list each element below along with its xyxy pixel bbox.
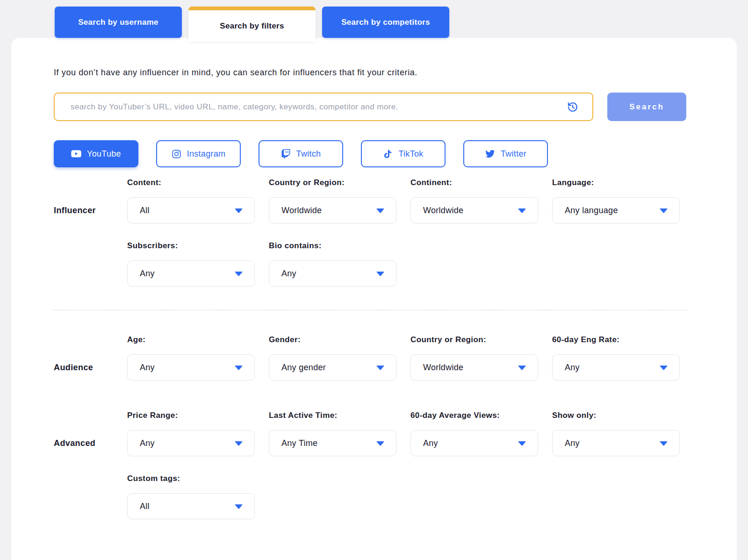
filter-label-show-only: Show only:: [552, 410, 680, 421]
filter-cell-60-day-eng-rate: 60-day Eng Rate:Any: [552, 335, 680, 381]
dropdown-language[interactable]: Any language: [552, 197, 680, 223]
dropdown-value: Any: [140, 269, 155, 279]
filter-label-60-day-eng-rate: 60-day Eng Rate:: [552, 335, 680, 345]
caret-down-icon: [234, 365, 243, 370]
caret-down-icon: [659, 365, 668, 370]
filter-cell-60-day-average-views: 60-day Average Views:Any: [410, 410, 538, 456]
platform-label: Twitch: [296, 149, 321, 159]
dropdown-price-range[interactable]: Any: [127, 430, 255, 456]
section-label-audience: Audience: [54, 335, 113, 381]
filter-label-content: Content:: [127, 178, 255, 188]
dropdown-value: Any Time: [281, 438, 317, 448]
filter-cell-bio-contains: Bio contains:Any: [269, 241, 396, 287]
section-label-advanced: Advanced: [54, 410, 113, 456]
section-advanced: AdvancedPrice Range:AnyLast Active Time:…: [54, 410, 686, 519]
caret-down-icon: [234, 208, 243, 213]
caret-down-icon: [518, 441, 526, 446]
filter-cell-price-range: Price Range:Any: [127, 410, 255, 456]
dropdown-bio-contains[interactable]: Any: [269, 260, 396, 287]
dropdown-custom-tags[interactable]: All: [127, 493, 255, 519]
dropdown-show-only[interactable]: Any: [552, 430, 680, 456]
filter-cell-continent: Continent:Worldwide: [410, 178, 538, 223]
filter-cell-last-active-time: Last Active Time:Any Time: [269, 410, 396, 456]
platform-label: TikTok: [398, 149, 423, 159]
filter-label-language: Language:: [552, 178, 680, 188]
section-divider: [54, 309, 686, 311]
filter-label-gender: Gender:: [269, 335, 396, 345]
dropdown-age[interactable]: Any: [127, 354, 255, 381]
platform-button-twitch[interactable]: Twitch: [259, 140, 343, 167]
twitch-icon: [281, 149, 291, 159]
dropdown-60-day-average-views[interactable]: Any: [410, 430, 538, 456]
caret-down-icon: [376, 208, 385, 213]
filter-row: InfluencerContent:AllCountry or Region:W…: [54, 178, 686, 223]
dropdown-value: Any: [565, 363, 580, 373]
dropdown-value: Any: [140, 438, 155, 448]
dropdown-gender[interactable]: Any gender: [269, 354, 396, 381]
platform-label: Twitter: [501, 149, 526, 159]
platform-button-twitter[interactable]: Twitter: [463, 140, 548, 167]
twitter-icon: [485, 149, 495, 159]
history-icon: [567, 101, 579, 113]
dropdown-value: Any: [281, 269, 296, 279]
dropdown-value: Any: [565, 438, 580, 448]
platform-label: YouTube: [87, 149, 121, 159]
filter-label-age: Age:: [127, 335, 255, 345]
filter-cell-subscribers: Subscribers:Any: [127, 241, 255, 287]
dropdown-content[interactable]: All: [127, 197, 255, 223]
filter-label-60-day-average-views: 60-day Average Views:: [410, 410, 538, 421]
caret-down-icon: [659, 441, 668, 446]
caret-down-icon: [376, 271, 385, 276]
search-input[interactable]: [55, 93, 592, 120]
intro-text: If you don’t have any influencer in mind…: [54, 68, 686, 78]
tab-search-by-username[interactable]: Search by username: [55, 7, 182, 38]
dropdown-country-or-region[interactable]: Worldwide: [269, 197, 396, 223]
filter-cell-country-or-region: Country or Region:Worldwide: [269, 178, 396, 223]
dropdown-value: All: [140, 502, 150, 511]
filters-area: InfluencerContent:AllCountry or Region:W…: [54, 178, 686, 519]
dropdown-country-or-region[interactable]: Worldwide: [410, 354, 538, 381]
tab-search-by-filters[interactable]: Search by filters: [188, 7, 316, 42]
caret-down-icon: [234, 271, 243, 276]
tab-search-by-competitors[interactable]: Search by competitors: [322, 7, 449, 38]
spacer: [54, 241, 113, 287]
dropdown-value: Worldwide: [281, 206, 322, 215]
filter-row: AudienceAge:AnyGender:Any genderCountry …: [54, 335, 686, 381]
spacer: [54, 474, 113, 519]
caret-down-icon: [234, 504, 243, 509]
filter-label-price-range: Price Range:: [127, 410, 255, 421]
search-button[interactable]: Search: [607, 93, 686, 121]
dropdown-value: Any: [423, 438, 438, 448]
filter-label-last-active-time: Last Active Time:: [269, 410, 396, 421]
filter-label-bio-contains: Bio contains:: [269, 241, 396, 251]
dropdown-continent[interactable]: Worldwide: [410, 197, 538, 223]
section-label-influencer: Influencer: [54, 178, 113, 223]
filter-label-country-or-region: Country or Region:: [269, 178, 396, 188]
platform-button-tiktok[interactable]: TikTok: [361, 140, 446, 167]
dropdown-value: Any gender: [281, 363, 326, 373]
caret-down-icon: [234, 441, 243, 446]
filter-cell-show-only: Show only:Any: [552, 410, 680, 456]
filter-row: Subscribers:AnyBio contains:Any: [54, 241, 686, 287]
filter-label-continent: Continent:: [410, 178, 538, 188]
platform-button-instagram[interactable]: Instagram: [156, 140, 241, 167]
caret-down-icon: [518, 208, 526, 213]
dropdown-last-active-time[interactable]: Any Time: [269, 430, 396, 456]
filter-cell-content: Content:All: [127, 178, 255, 223]
dropdown-subscribers[interactable]: Any: [127, 260, 255, 287]
dropdown-60-day-eng-rate[interactable]: Any: [552, 354, 680, 381]
caret-down-icon: [376, 365, 385, 370]
search-row: Search: [54, 93, 686, 121]
filter-cell-age: Age:Any: [127, 335, 255, 381]
platforms-row: YouTubeInstagramTwitchTikTokTwitter: [54, 140, 686, 167]
dropdown-value: Worldwide: [423, 363, 463, 373]
caret-down-icon: [659, 208, 668, 213]
panel-content: If you don’t have any influencer in mind…: [11, 38, 737, 519]
search-history-button[interactable]: [566, 101, 579, 114]
section-influencer: InfluencerContent:AllCountry or Region:W…: [54, 178, 686, 287]
platform-button-youtube[interactable]: YouTube: [54, 140, 138, 167]
filter-cell-custom-tags: Custom tags:All: [127, 474, 255, 519]
filter-cell-country-or-region: Country or Region:Worldwide: [410, 335, 538, 381]
caret-down-icon: [518, 365, 526, 370]
instagram-icon: [172, 149, 181, 159]
